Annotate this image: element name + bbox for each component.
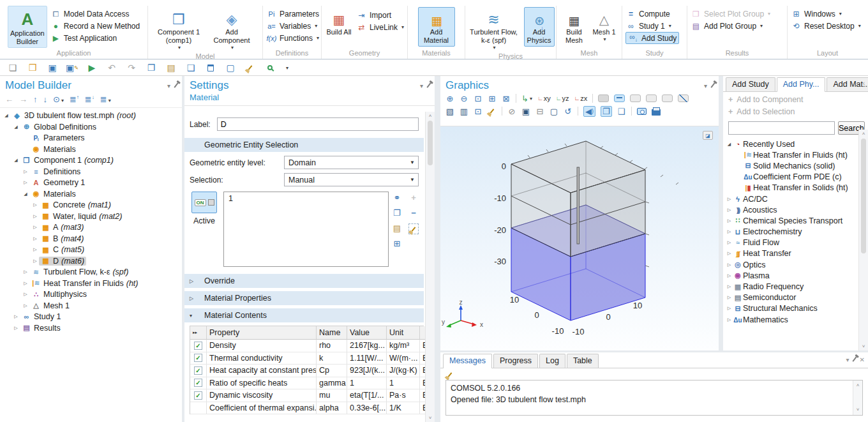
- tree-item[interactable]: ▷ ∴ Multiphysics: [0, 289, 182, 300]
- panel-menu-caret-icon[interactable]: ▾: [167, 82, 170, 89]
- variables-button[interactable]: a= Variables▾: [266, 20, 319, 32]
- redo-icon[interactable]: ↷: [126, 63, 137, 73]
- open-icon[interactable]: ❒: [27, 63, 38, 73]
- close-icon[interactable]: ✕: [860, 356, 865, 363]
- paste-icon[interactable]: ▤: [166, 63, 176, 73]
- add-to-selection-icon[interactable]: +: [411, 193, 416, 202]
- forward-icon[interactable]: →: [19, 94, 27, 104]
- orthographic-view-icon[interactable]: [598, 94, 609, 102]
- tree-item[interactable]: ▷ △ Mesh 1: [0, 300, 182, 312]
- pin-icon[interactable]: [176, 82, 177, 89]
- scroll-up-icon[interactable]: ˄: [853, 382, 862, 389]
- section-override[interactable]: ▷ Override: [184, 274, 424, 288]
- zoom-to-selection-icon[interactable]: ⊞: [393, 239, 400, 248]
- add-plot-group-button[interactable]: ▤ Add Plot Group▾: [691, 20, 770, 32]
- expander-icon[interactable]: ▷: [22, 281, 29, 286]
- add-to-component-button[interactable]: + Add to Component: [723, 92, 868, 104]
- expander-icon[interactable]: ▷: [726, 284, 733, 289]
- run-icon[interactable]: ▶: [87, 63, 97, 73]
- view-yz-icon[interactable]: ∟yz: [556, 94, 569, 102]
- section-material-properties[interactable]: ▷ Material Properties: [184, 291, 424, 305]
- geometric-entity-level-select[interactable]: Domain ▼: [284, 156, 419, 169]
- physics-item[interactable]: ▷ ≈ Fluid Flow: [723, 237, 868, 248]
- physics-item[interactable]: ⊟ Solid Mechanics (solid): [723, 160, 868, 171]
- expander-icon[interactable]: ◢: [12, 124, 20, 130]
- view-xy-icon[interactable]: ∟xy: [537, 94, 551, 102]
- tree-item[interactable]: ◢ ◉ Materials: [0, 188, 182, 200]
- find-icon[interactable]: [265, 65, 275, 70]
- view-preset-1-icon[interactable]: [630, 94, 641, 102]
- add-material-button[interactable]: ▦↓ Add Material: [418, 7, 455, 47]
- environment-reflections-icon[interactable]: ❑: [617, 107, 626, 116]
- new-file-icon[interactable]: ❏: [8, 63, 18, 73]
- zoom-box-icon[interactable]: ⊡: [474, 94, 483, 103]
- compute-button[interactable]: = Compute: [625, 8, 679, 20]
- expand-all-icon[interactable]: ≣↓: [85, 94, 94, 104]
- back-icon[interactable]: ←: [5, 94, 13, 104]
- expander-icon[interactable]: ◢: [3, 113, 10, 118]
- panel-menu-caret-icon[interactable]: ▾: [704, 82, 707, 89]
- physics-item[interactable]: ▷ ∫∫∫ Heat Transfer: [723, 248, 868, 259]
- tab-add-study[interactable]: Add Study: [726, 77, 775, 91]
- clear-graphics-selection-icon[interactable]: [488, 109, 497, 114]
- tree-node-options-icon[interactable]: ≣▾: [100, 94, 111, 104]
- tree-item[interactable]: ▷ ▦ Concrete (mat1): [0, 199, 182, 211]
- component-1-button[interactable]: ❒ Component 1 (comp1)▾: [154, 7, 204, 52]
- tree-item[interactable]: ▷ |≋ Heat Transfer in Fluids (ht): [0, 278, 182, 289]
- tree-item[interactable]: ▷ ≋ Turbulent Flow, k-ε (spf): [0, 266, 182, 278]
- clear-icon[interactable]: [245, 65, 255, 70]
- quickbar-caret-icon[interactable]: ▾: [286, 65, 288, 71]
- physics-item[interactable]: ▷ ▤ Semiconductor: [723, 292, 868, 303]
- property-checkbox[interactable]: ✓: [194, 366, 202, 375]
- expander-icon[interactable]: ▷: [31, 202, 39, 207]
- build-mesh-button[interactable]: ▦ Build Mesh: [561, 7, 588, 47]
- tree-item[interactable]: ◢ ⊕ Global Definitions: [0, 121, 182, 133]
- expander-icon[interactable]: ▷: [22, 303, 29, 308]
- move-up-icon[interactable]: ↑: [33, 94, 38, 104]
- tree-item[interactable]: ▷ ▦ Water, liquid (mat2): [0, 211, 182, 222]
- tree-item[interactable]: ▷ ▦ C (mat5): [0, 244, 182, 255]
- paste-selection-icon[interactable]: ▤: [393, 223, 401, 233]
- expander-icon[interactable]: ▷: [726, 229, 733, 234]
- expander-icon[interactable]: ▷: [726, 251, 733, 256]
- expander-icon[interactable]: ▷: [12, 326, 20, 331]
- camera-snapshot-icon[interactable]: [637, 108, 647, 115]
- property-checkbox[interactable]: ✓: [194, 379, 202, 387]
- print-icon[interactable]: [652, 107, 661, 116]
- show-options-icon[interactable]: ⊙▾: [53, 94, 64, 104]
- add-to-selection-button[interactable]: + Add to Selection: [723, 104, 868, 116]
- pin-icon[interactable]: [712, 82, 714, 89]
- physics-list-scrollbar[interactable]: ˄ ˅: [858, 130, 868, 350]
- go-to-view-icon[interactable]: ↳▾: [521, 94, 532, 103]
- active-toggle-button[interactable]: ON: [191, 192, 217, 213]
- tree-item[interactable]: ◢ ◈ 3D tubulent flow test.mph (root): [0, 110, 182, 121]
- selection-select[interactable]: Manual ▼: [284, 173, 419, 186]
- messages-log[interactable]: ˄ ˅ COMSOL 5.2.0.166Opened file: 3D tubu…: [445, 380, 863, 416]
- import-button[interactable]: ⇥ Import: [356, 9, 404, 21]
- property-checkbox[interactable]: ✓: [194, 391, 202, 400]
- tree-item[interactable]: ▷ ▤ Results: [0, 322, 182, 334]
- settings-scrollbar[interactable]: ˄ ˅: [425, 112, 435, 422]
- copy-icon[interactable]: ❐: [146, 63, 156, 73]
- pin-icon[interactable]: [428, 82, 430, 89]
- expander-icon[interactable]: ▷: [726, 207, 733, 213]
- select-plot-group-button[interactable]: ❒ Select Plot Group▾: [691, 8, 770, 20]
- expander-icon[interactable]: ▷: [726, 273, 733, 278]
- clear-messages-icon[interactable]: [447, 370, 453, 379]
- tree-item[interactable]: ▷ ∞ Study 1: [0, 311, 182, 322]
- expander-icon[interactable]: ▷: [31, 225, 39, 230]
- paste-into-icon[interactable]: ❑: [186, 63, 196, 73]
- zoom-out-icon[interactable]: ⊖: [460, 94, 468, 103]
- expander-icon[interactable]: ▷: [726, 317, 733, 322]
- expander-icon[interactable]: ◢: [726, 142, 733, 147]
- panel-menu-caret-icon[interactable]: ▾: [420, 82, 423, 89]
- scroll-down-icon[interactable]: ˅: [853, 406, 862, 414]
- functions-button[interactable]: f(x) Functions▾: [266, 32, 319, 44]
- canvas-corner-icon[interactable]: ◪: [703, 131, 713, 140]
- physics-item[interactable]: ▷ Δu Mathematics: [723, 314, 868, 325]
- test-application-button[interactable]: ▶ Test Application: [50, 32, 140, 44]
- physics-item[interactable]: ▷ ◉ Plasma: [723, 270, 868, 281]
- model-data-access-button[interactable]: ⧠ Model Data Access: [50, 8, 140, 20]
- clip-plane-icon[interactable]: ⊟: [535, 107, 544, 116]
- build-all-button[interactable]: ▦ Build All: [325, 7, 353, 38]
